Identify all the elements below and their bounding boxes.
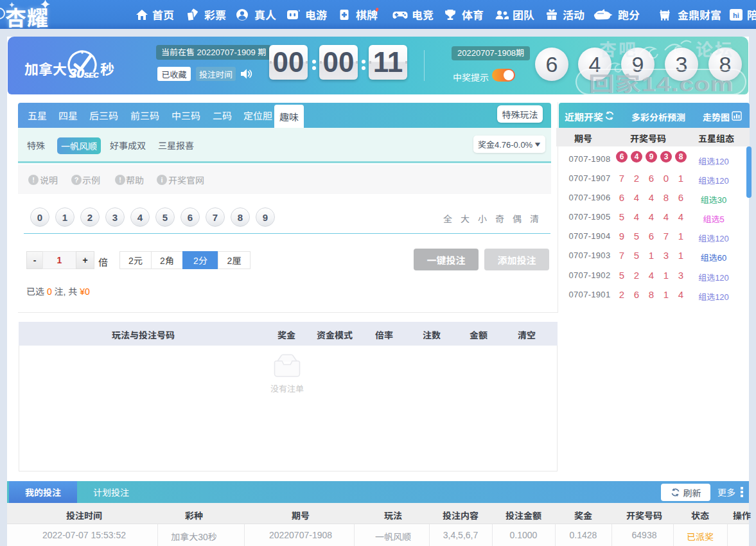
svg-text:hi: hi <box>733 11 739 19</box>
